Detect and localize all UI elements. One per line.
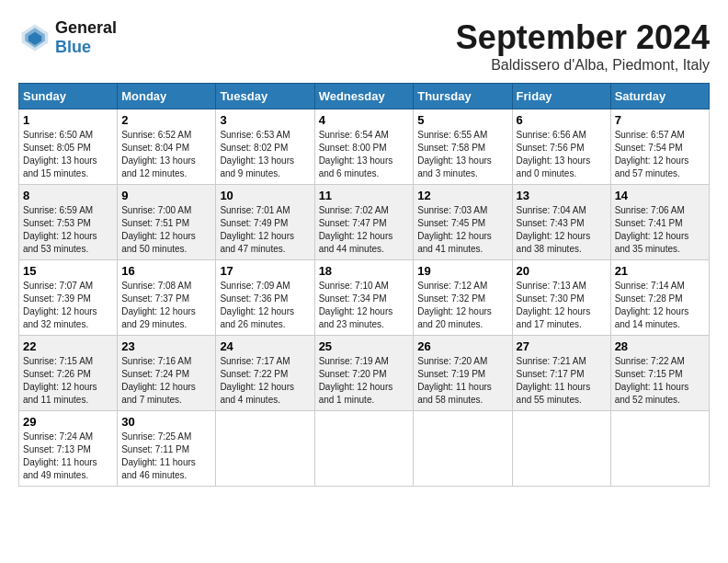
day-number: 2: [121, 113, 211, 127]
calendar-cell: 18Sunrise: 7:10 AMSunset: 7:34 PMDayligh…: [314, 260, 414, 336]
day-info: Sunrise: 7:17 AMSunset: 7:22 PMDaylight:…: [220, 355, 310, 407]
calendar-cell: [512, 411, 610, 487]
day-number: 3: [220, 113, 310, 127]
calendar-cell: [314, 411, 414, 487]
calendar-cell: 7Sunrise: 6:57 AMSunset: 7:54 PMDaylight…: [610, 109, 709, 185]
day-number: 21: [615, 264, 705, 278]
calendar-cell: 16Sunrise: 7:08 AMSunset: 7:37 PMDayligh…: [118, 260, 216, 336]
day-info: Sunrise: 6:54 AMSunset: 8:00 PMDaylight:…: [319, 129, 410, 180]
day-number: 11: [319, 189, 410, 202]
calendar-cell: 19Sunrise: 7:12 AMSunset: 7:32 PMDayligh…: [414, 260, 512, 336]
day-info: Sunrise: 7:15 AMSunset: 7:26 PMDaylight:…: [23, 355, 113, 407]
title-area: September 2024 Baldissero d'Alba, Piedmo…: [456, 18, 710, 74]
day-info: Sunrise: 7:13 AMSunset: 7:30 PMDaylight:…: [517, 280, 607, 331]
calendar-cell: 1Sunrise: 6:50 AMSunset: 8:05 PMDaylight…: [19, 109, 118, 185]
day-number: 12: [417, 189, 507, 202]
day-info: Sunrise: 6:59 AMSunset: 7:53 PMDaylight:…: [23, 204, 113, 256]
day-number: 13: [517, 189, 607, 202]
calendar-cell: 29Sunrise: 7:24 AMSunset: 7:13 PMDayligh…: [19, 411, 118, 487]
day-number: 28: [615, 339, 705, 353]
day-number: 4: [319, 113, 410, 127]
day-number: 30: [121, 415, 211, 429]
weekday-sunday: Sunday: [19, 84, 118, 109]
day-info: Sunrise: 7:19 AMSunset: 7:20 PMDaylight:…: [319, 355, 410, 407]
logo-text: General Blue: [55, 18, 117, 57]
calendar-week-row: 22Sunrise: 7:15 AMSunset: 7:26 PMDayligh…: [19, 336, 710, 411]
calendar-body: 1Sunrise: 6:50 AMSunset: 8:05 PMDaylight…: [19, 109, 710, 487]
day-info: Sunrise: 6:50 AMSunset: 8:05 PMDaylight:…: [23, 129, 113, 180]
day-info: Sunrise: 7:01 AMSunset: 7:49 PMDaylight:…: [220, 204, 310, 256]
day-info: Sunrise: 7:14 AMSunset: 7:28 PMDaylight:…: [615, 280, 705, 331]
day-number: 5: [417, 113, 507, 127]
day-number: 8: [23, 189, 113, 202]
day-info: Sunrise: 7:20 AMSunset: 7:19 PMDaylight:…: [417, 355, 507, 407]
calendar-table: SundayMondayTuesdayWednesdayThursdayFrid…: [18, 83, 710, 487]
day-info: Sunrise: 6:53 AMSunset: 8:02 PMDaylight:…: [220, 129, 310, 180]
day-info: Sunrise: 6:56 AMSunset: 7:56 PMDaylight:…: [517, 129, 607, 180]
day-number: 20: [517, 264, 607, 278]
logo: General Blue: [18, 18, 117, 57]
day-number: 18: [319, 264, 410, 278]
day-info: Sunrise: 6:57 AMSunset: 7:54 PMDaylight:…: [615, 129, 705, 180]
day-number: 25: [319, 339, 410, 353]
day-info: Sunrise: 7:02 AMSunset: 7:47 PMDaylight:…: [319, 204, 410, 256]
calendar-cell: 22Sunrise: 7:15 AMSunset: 7:26 PMDayligh…: [19, 336, 118, 411]
day-info: Sunrise: 7:00 AMSunset: 7:51 PMDaylight:…: [121, 204, 211, 256]
calendar-cell: [216, 411, 314, 487]
calendar-header: SundayMondayTuesdayWednesdayThursdayFrid…: [19, 84, 710, 109]
weekday-saturday: Saturday: [610, 84, 709, 109]
day-info: Sunrise: 7:21 AMSunset: 7:17 PMDaylight:…: [517, 355, 607, 407]
day-number: 23: [121, 339, 211, 353]
calendar-week-row: 15Sunrise: 7:07 AMSunset: 7:39 PMDayligh…: [19, 260, 710, 336]
calendar-cell: 14Sunrise: 7:06 AMSunset: 7:41 PMDayligh…: [610, 185, 709, 260]
calendar-cell: 11Sunrise: 7:02 AMSunset: 7:47 PMDayligh…: [314, 185, 414, 260]
day-number: 10: [220, 189, 310, 202]
calendar-cell: 8Sunrise: 6:59 AMSunset: 7:53 PMDaylight…: [19, 185, 118, 260]
day-info: Sunrise: 7:03 AMSunset: 7:45 PMDaylight:…: [417, 204, 507, 256]
weekday-wednesday: Wednesday: [314, 84, 414, 109]
day-number: 15: [23, 264, 113, 278]
day-number: 17: [220, 264, 310, 278]
weekday-friday: Friday: [512, 84, 610, 109]
day-number: 29: [23, 415, 113, 429]
page-header: General Blue September 2024 Baldissero d…: [18, 18, 710, 74]
calendar-cell: 27Sunrise: 7:21 AMSunset: 7:17 PMDayligh…: [512, 336, 610, 411]
day-number: 16: [121, 264, 211, 278]
day-info: Sunrise: 7:06 AMSunset: 7:41 PMDaylight:…: [615, 204, 705, 256]
weekday-monday: Monday: [118, 84, 216, 109]
calendar-cell: [610, 411, 709, 487]
weekday-thursday: Thursday: [414, 84, 512, 109]
calendar-cell: 12Sunrise: 7:03 AMSunset: 7:45 PMDayligh…: [414, 185, 512, 260]
calendar-cell: 23Sunrise: 7:16 AMSunset: 7:24 PMDayligh…: [118, 336, 216, 411]
calendar-cell: 10Sunrise: 7:01 AMSunset: 7:49 PMDayligh…: [216, 185, 314, 260]
calendar-cell: 21Sunrise: 7:14 AMSunset: 7:28 PMDayligh…: [610, 260, 709, 336]
day-info: Sunrise: 7:16 AMSunset: 7:24 PMDaylight:…: [121, 355, 211, 407]
calendar-cell: 13Sunrise: 7:04 AMSunset: 7:43 PMDayligh…: [512, 185, 610, 260]
day-number: 24: [220, 339, 310, 353]
calendar-cell: 15Sunrise: 7:07 AMSunset: 7:39 PMDayligh…: [19, 260, 118, 336]
calendar-cell: 26Sunrise: 7:20 AMSunset: 7:19 PMDayligh…: [414, 336, 512, 411]
day-info: Sunrise: 7:12 AMSunset: 7:32 PMDaylight:…: [417, 280, 507, 331]
calendar-cell: [414, 411, 512, 487]
day-info: Sunrise: 7:22 AMSunset: 7:15 PMDaylight:…: [615, 355, 705, 407]
calendar-cell: 30Sunrise: 7:25 AMSunset: 7:11 PMDayligh…: [118, 411, 216, 487]
weekday-tuesday: Tuesday: [216, 84, 314, 109]
day-number: 26: [417, 339, 507, 353]
calendar-cell: 20Sunrise: 7:13 AMSunset: 7:30 PMDayligh…: [512, 260, 610, 336]
day-number: 1: [23, 113, 113, 127]
calendar-cell: 6Sunrise: 6:56 AMSunset: 7:56 PMDaylight…: [512, 109, 610, 185]
calendar-week-row: 8Sunrise: 6:59 AMSunset: 7:53 PMDaylight…: [19, 185, 710, 260]
calendar-week-row: 1Sunrise: 6:50 AMSunset: 8:05 PMDaylight…: [19, 109, 710, 185]
day-info: Sunrise: 7:08 AMSunset: 7:37 PMDaylight:…: [121, 280, 211, 331]
day-info: Sunrise: 6:52 AMSunset: 8:04 PMDaylight:…: [121, 129, 211, 180]
calendar-cell: 17Sunrise: 7:09 AMSunset: 7:36 PMDayligh…: [216, 260, 314, 336]
calendar-cell: 24Sunrise: 7:17 AMSunset: 7:22 PMDayligh…: [216, 336, 314, 411]
day-number: 27: [517, 339, 607, 353]
location-title: Baldissero d'Alba, Piedmont, Italy: [456, 57, 710, 74]
day-info: Sunrise: 7:25 AMSunset: 7:11 PMDaylight:…: [121, 431, 211, 482]
calendar-week-row: 29Sunrise: 7:24 AMSunset: 7:13 PMDayligh…: [19, 411, 710, 487]
weekday-header-row: SundayMondayTuesdayWednesdayThursdayFrid…: [19, 84, 710, 109]
calendar-cell: 3Sunrise: 6:53 AMSunset: 8:02 PMDaylight…: [216, 109, 314, 185]
day-info: Sunrise: 7:24 AMSunset: 7:13 PMDaylight:…: [23, 431, 113, 482]
day-info: Sunrise: 7:07 AMSunset: 7:39 PMDaylight:…: [23, 280, 113, 331]
